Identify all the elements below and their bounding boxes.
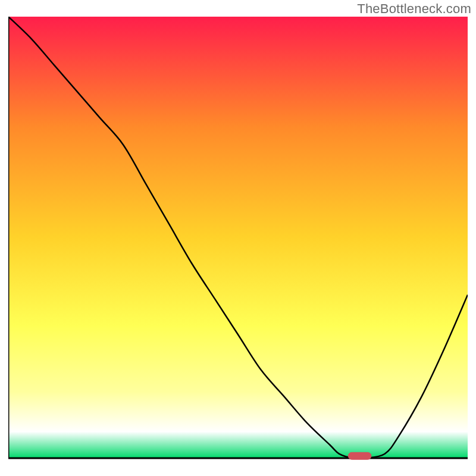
gradient-background <box>8 17 468 458</box>
chart-container: TheBottleneck.com <box>0 0 476 476</box>
optimal-marker <box>348 452 371 459</box>
watermark-text: TheBottleneck.com <box>357 1 471 17</box>
chart-svg <box>8 17 468 468</box>
plot-area <box>8 17 468 468</box>
